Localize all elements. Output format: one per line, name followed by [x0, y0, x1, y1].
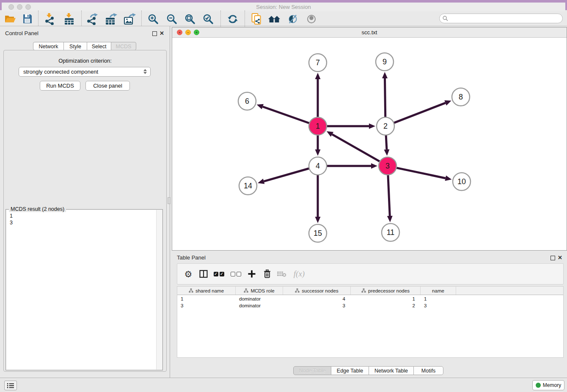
toolbar-separator [141, 11, 142, 27]
home-icon [267, 14, 281, 24]
graph-edge-4-14[interactable] [264, 168, 309, 182]
save-session-button[interactable] [20, 12, 34, 25]
table-panel-title: Table Panel [177, 254, 206, 261]
run-mcds-button[interactable]: Run MCDS [40, 81, 80, 91]
mcds-result-list[interactable]: 1 3 [6, 210, 162, 370]
save-icon [22, 14, 32, 24]
toolbar-separator [220, 11, 221, 27]
graph-edge-3-10[interactable] [396, 168, 446, 178]
network-window-titlebar: × − + scc.txt [172, 28, 567, 38]
dropdown-stepper-icon [143, 69, 147, 74]
graph-edge-3-1[interactable] [332, 134, 380, 161]
export-table-button[interactable] [104, 12, 118, 25]
close-table-panel-button[interactable]: ✕ [558, 255, 562, 260]
network-graph[interactable]: 1234678910111415 [172, 38, 567, 250]
graph-edge-2-8[interactable] [394, 103, 446, 123]
deselect-all-button[interactable] [229, 264, 242, 284]
tab-network-table[interactable]: Network Table [369, 366, 414, 375]
tab-select[interactable]: Select [87, 42, 111, 50]
result-scrollbar[interactable] [156, 210, 162, 370]
export-image-icon [124, 13, 136, 25]
tab-mcds[interactable]: MCDS [111, 42, 136, 50]
toolbar-separator [245, 11, 245, 27]
memory-status-icon [536, 383, 541, 388]
graph-edge-arrowhead [315, 217, 321, 223]
hide-selected-button[interactable] [286, 12, 300, 25]
window-title: Session: New Session [2, 4, 565, 10]
tab-network[interactable]: Network [33, 42, 64, 50]
open-session-button[interactable] [3, 12, 17, 25]
column-header-mcds-role[interactable]: MCDS role [236, 287, 283, 295]
search-icon [443, 16, 448, 21]
import-network-button[interactable] [43, 12, 57, 25]
column-header-successor-nodes[interactable]: successor nodes [283, 287, 351, 295]
graph-edge-arrowhead [369, 124, 375, 129]
close-panel-button[interactable]: Close panel [85, 81, 130, 91]
column-header-shared-name[interactable]: shared name [177, 287, 236, 295]
task-history-button[interactable] [4, 381, 17, 390]
graph-node-label: 3 [385, 162, 390, 170]
graph-edge-2-3[interactable] [386, 135, 387, 149]
add-column-button[interactable] [245, 264, 259, 284]
apply-layout-button[interactable] [226, 12, 239, 25]
export-network-button[interactable] [85, 12, 99, 25]
hierarchy-icon [244, 288, 248, 293]
zoom-in-button[interactable] [146, 12, 160, 25]
tab-motifs[interactable]: Motifs [413, 366, 443, 375]
vertical-splitter-handle[interactable] [168, 197, 171, 204]
graph-edge-3-11[interactable] [388, 175, 390, 216]
memory-button[interactable]: Memory [532, 380, 564, 390]
table-row[interactable]: 1 dominator 4 1 1 [177, 295, 563, 302]
graph-edge-arrowhead [257, 104, 264, 109]
graph-node-label: 10 [457, 177, 466, 186]
show-all-button[interactable] [305, 12, 318, 25]
zoom-in-icon [148, 14, 159, 25]
import-table-button[interactable] [63, 12, 76, 25]
tab-node-table[interactable]: Node Table [293, 366, 331, 375]
list-icon [7, 383, 14, 389]
function-builder-button[interactable]: f(x) [290, 264, 308, 284]
cell-successor-nodes: 3 [283, 302, 351, 309]
zoom-selected-button[interactable] [201, 12, 215, 25]
column-header-predecessor-nodes[interactable]: predecessor nodes [351, 287, 421, 295]
split-pane-button[interactable] [197, 264, 210, 284]
graph-node-label: 6 [245, 97, 249, 105]
select-all-button[interactable]: ✓✓ [212, 264, 226, 284]
graph-edge-1-6[interactable] [263, 107, 309, 123]
hierarchy-icon [295, 288, 300, 293]
search-input[interactable] [450, 14, 559, 22]
criterion-dropdown[interactable]: strongly connected component [19, 67, 151, 77]
graph-node-label: 2 [383, 122, 388, 130]
graph-edge-arrowhead [444, 100, 451, 105]
column-header-name[interactable]: name [421, 287, 456, 295]
app-titlebar: Session: New Session [2, 3, 565, 11]
trash-icon [263, 269, 271, 279]
memory-label: Memory [543, 382, 561, 388]
table-row[interactable]: 3 dominator 3 2 3 [177, 302, 563, 309]
export-image-button[interactable] [123, 12, 136, 25]
tab-style[interactable]: Style [63, 42, 87, 50]
cell-name: 3 [421, 302, 456, 309]
zoom-out-button[interactable] [165, 12, 179, 25]
graph-edge-arrowhead [382, 72, 388, 78]
zoom-fit-button[interactable] [183, 12, 197, 25]
plus-icon [248, 270, 256, 278]
graph-edge-arrowhead [387, 216, 393, 222]
reset-views-button[interactable] [267, 12, 281, 25]
tab-edge-table[interactable]: Edge Table [331, 366, 369, 375]
checked-boxes-icon: ✓✓ [214, 272, 224, 276]
new-network-from-selection-button[interactable] [250, 12, 263, 25]
float-table-panel-button[interactable] [550, 256, 555, 260]
graph-edge-arrowhead [371, 163, 377, 169]
control-panel: Control Panel ✕ Network Style Select MCD… [0, 26, 170, 378]
table-settings-button[interactable]: ⚙ [182, 264, 195, 284]
delete-column-button[interactable] [260, 264, 274, 284]
mcds-result-box: 1 3 MCDS result (2 nodes) [6, 209, 163, 370]
delete-table-button[interactable] [275, 264, 288, 284]
graph-edge-2-9[interactable] [385, 78, 385, 117]
control-panel-title: Control Panel [5, 30, 39, 36]
close-panel-icon-button[interactable]: ✕ [160, 30, 164, 36]
graph-node-label: 8 [459, 93, 463, 101]
float-panel-button[interactable] [152, 31, 157, 36]
graph-node-label: 4 [316, 162, 320, 170]
